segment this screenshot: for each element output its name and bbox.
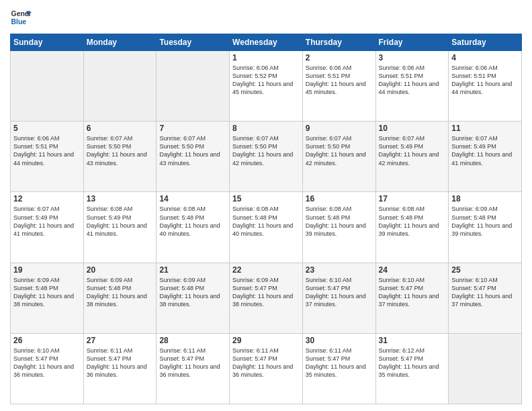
calendar-cell: 9Sunrise: 6:07 AM Sunset: 5:50 PM Daylig… — [302, 122, 375, 192]
cell-text: Sunrise: 6:11 AM Sunset: 5:47 PM Dayligh… — [87, 347, 154, 379]
day-number: 22 — [232, 265, 300, 275]
calendar-cell: 8Sunrise: 6:07 AM Sunset: 5:50 PM Daylig… — [230, 122, 303, 192]
cell-text: Sunrise: 6:09 AM Sunset: 5:48 PM Dayligh… — [87, 276, 154, 309]
calendar-cell: 30Sunrise: 6:11 AM Sunset: 5:47 PM Dayli… — [302, 333, 375, 404]
cell-text: Sunrise: 6:06 AM Sunset: 5:51 PM Dayligh… — [13, 134, 81, 167]
calendar-week-2: 5Sunrise: 6:06 AM Sunset: 5:51 PM Daylig… — [11, 122, 522, 192]
cell-text: Sunrise: 6:08 AM Sunset: 5:48 PM Dayligh… — [159, 205, 226, 238]
day-number: 7 — [159, 124, 226, 133]
cell-text: Sunrise: 6:09 AM Sunset: 5:48 PM Dayligh… — [451, 205, 519, 238]
calendar-cell: 31Sunrise: 6:12 AM Sunset: 5:47 PM Dayli… — [375, 333, 449, 404]
calendar-cell: 2Sunrise: 6:06 AM Sunset: 5:51 PM Daylig… — [302, 51, 375, 122]
day-number: 5 — [13, 124, 81, 133]
cell-text: Sunrise: 6:10 AM Sunset: 5:47 PM Dayligh… — [379, 276, 446, 309]
calendar-cell: 14Sunrise: 6:08 AM Sunset: 5:48 PM Dayli… — [157, 192, 230, 263]
calendar-cell — [83, 51, 157, 122]
day-number: 3 — [379, 53, 446, 62]
header: General Blue — [10, 7, 522, 28]
cell-text: Sunrise: 6:07 AM Sunset: 5:50 PM Dayligh… — [232, 134, 300, 167]
cell-text: Sunrise: 6:12 AM Sunset: 5:47 PM Dayligh… — [379, 347, 446, 379]
day-number: 26 — [13, 336, 81, 345]
calendar-cell: 27Sunrise: 6:11 AM Sunset: 5:47 PM Dayli… — [83, 333, 157, 404]
calendar-cell: 23Sunrise: 6:10 AM Sunset: 5:47 PM Dayli… — [302, 263, 375, 333]
logo-icon: General Blue — [10, 7, 32, 28]
calendar-cell: 16Sunrise: 6:08 AM Sunset: 5:48 PM Dayli… — [302, 192, 375, 263]
day-header-sunday: Sunday — [11, 34, 84, 51]
calendar-cell — [157, 51, 230, 122]
cell-text: Sunrise: 6:10 AM Sunset: 5:47 PM Dayligh… — [13, 347, 81, 379]
day-number: 30 — [306, 336, 373, 345]
day-number: 31 — [379, 336, 446, 345]
cell-text: Sunrise: 6:07 AM Sunset: 5:49 PM Dayligh… — [13, 205, 81, 238]
calendar-cell: 21Sunrise: 6:09 AM Sunset: 5:48 PM Dayli… — [157, 263, 230, 333]
calendar-body: 1Sunrise: 6:06 AM Sunset: 5:52 PM Daylig… — [11, 51, 522, 404]
cell-text: Sunrise: 6:10 AM Sunset: 5:47 PM Dayligh… — [451, 276, 519, 309]
day-number: 14 — [159, 194, 226, 203]
day-number: 9 — [306, 124, 373, 133]
day-number: 15 — [232, 194, 300, 203]
day-number: 12 — [13, 194, 81, 203]
svg-text:Blue: Blue — [11, 18, 27, 26]
calendar-week-5: 26Sunrise: 6:10 AM Sunset: 5:47 PM Dayli… — [11, 333, 522, 404]
calendar-cell: 28Sunrise: 6:11 AM Sunset: 5:47 PM Dayli… — [157, 333, 230, 404]
calendar-cell: 29Sunrise: 6:11 AM Sunset: 5:47 PM Dayli… — [230, 333, 303, 404]
calendar-cell: 11Sunrise: 6:07 AM Sunset: 5:49 PM Dayli… — [449, 122, 522, 192]
calendar-cell: 3Sunrise: 6:06 AM Sunset: 5:51 PM Daylig… — [375, 51, 449, 122]
day-number: 4 — [451, 53, 519, 62]
day-number: 17 — [379, 194, 446, 203]
calendar-cell — [11, 51, 84, 122]
day-number: 27 — [87, 336, 154, 345]
calendar-week-1: 1Sunrise: 6:06 AM Sunset: 5:52 PM Daylig… — [11, 51, 522, 122]
cell-text: Sunrise: 6:09 AM Sunset: 5:47 PM Dayligh… — [232, 276, 300, 309]
cell-text: Sunrise: 6:07 AM Sunset: 5:50 PM Dayligh… — [159, 134, 226, 167]
cell-text: Sunrise: 6:08 AM Sunset: 5:48 PM Dayligh… — [232, 205, 300, 238]
day-header-saturday: Saturday — [449, 34, 522, 51]
day-number: 2 — [306, 53, 373, 62]
calendar-cell: 1Sunrise: 6:06 AM Sunset: 5:52 PM Daylig… — [230, 51, 303, 122]
calendar-cell: 26Sunrise: 6:10 AM Sunset: 5:47 PM Dayli… — [11, 333, 84, 404]
calendar-cell: 5Sunrise: 6:06 AM Sunset: 5:51 PM Daylig… — [11, 122, 84, 192]
day-number: 20 — [87, 265, 154, 275]
day-number: 11 — [451, 124, 519, 133]
day-number: 13 — [87, 194, 154, 203]
calendar-cell: 22Sunrise: 6:09 AM Sunset: 5:47 PM Dayli… — [230, 263, 303, 333]
day-number: 10 — [379, 124, 446, 133]
cell-text: Sunrise: 6:07 AM Sunset: 5:49 PM Dayligh… — [379, 134, 446, 167]
cell-text: Sunrise: 6:07 AM Sunset: 5:50 PM Dayligh… — [306, 134, 373, 167]
calendar-cell: 4Sunrise: 6:06 AM Sunset: 5:51 PM Daylig… — [449, 51, 522, 122]
day-number: 6 — [87, 124, 154, 133]
day-number: 16 — [306, 194, 373, 203]
day-header-monday: Monday — [83, 34, 157, 51]
calendar-cell: 24Sunrise: 6:10 AM Sunset: 5:47 PM Dayli… — [375, 263, 449, 333]
calendar-cell — [449, 333, 522, 404]
calendar-week-3: 12Sunrise: 6:07 AM Sunset: 5:49 PM Dayli… — [11, 192, 522, 263]
calendar-cell: 25Sunrise: 6:10 AM Sunset: 5:47 PM Dayli… — [449, 263, 522, 333]
calendar-cell: 18Sunrise: 6:09 AM Sunset: 5:48 PM Dayli… — [449, 192, 522, 263]
calendar-cell: 12Sunrise: 6:07 AM Sunset: 5:49 PM Dayli… — [11, 192, 84, 263]
calendar-cell: 20Sunrise: 6:09 AM Sunset: 5:48 PM Dayli… — [83, 263, 157, 333]
cell-text: Sunrise: 6:06 AM Sunset: 5:52 PM Dayligh… — [232, 64, 300, 97]
calendar-cell: 10Sunrise: 6:07 AM Sunset: 5:49 PM Dayli… — [375, 122, 449, 192]
day-header-tuesday: Tuesday — [157, 34, 230, 51]
calendar-cell: 17Sunrise: 6:08 AM Sunset: 5:48 PM Dayli… — [375, 192, 449, 263]
cell-text: Sunrise: 6:08 AM Sunset: 5:48 PM Dayligh… — [379, 205, 446, 238]
cell-text: Sunrise: 6:10 AM Sunset: 5:47 PM Dayligh… — [306, 276, 373, 309]
cell-text: Sunrise: 6:07 AM Sunset: 5:50 PM Dayligh… — [87, 134, 154, 167]
day-number: 24 — [379, 265, 446, 275]
page: General Blue SundayMondayTuesdayWednesda… — [0, 0, 532, 411]
cell-text: Sunrise: 6:11 AM Sunset: 5:47 PM Dayligh… — [306, 347, 373, 379]
day-number: 29 — [232, 336, 300, 345]
cell-text: Sunrise: 6:08 AM Sunset: 5:48 PM Dayligh… — [306, 205, 373, 238]
calendar-week-4: 19Sunrise: 6:09 AM Sunset: 5:48 PM Dayli… — [11, 263, 522, 333]
cell-text: Sunrise: 6:11 AM Sunset: 5:47 PM Dayligh… — [159, 347, 226, 379]
day-number: 18 — [451, 194, 519, 203]
day-number: 23 — [306, 265, 373, 275]
calendar-cell: 15Sunrise: 6:08 AM Sunset: 5:48 PM Dayli… — [230, 192, 303, 263]
calendar-header-row: SundayMondayTuesdayWednesdayThursdayFrid… — [11, 34, 522, 51]
calendar-cell: 7Sunrise: 6:07 AM Sunset: 5:50 PM Daylig… — [157, 122, 230, 192]
day-number: 19 — [13, 265, 81, 275]
cell-text: Sunrise: 6:08 AM Sunset: 5:49 PM Dayligh… — [87, 205, 154, 238]
cell-text: Sunrise: 6:09 AM Sunset: 5:48 PM Dayligh… — [159, 276, 226, 309]
day-number: 28 — [159, 336, 226, 345]
day-number: 1 — [232, 53, 300, 62]
